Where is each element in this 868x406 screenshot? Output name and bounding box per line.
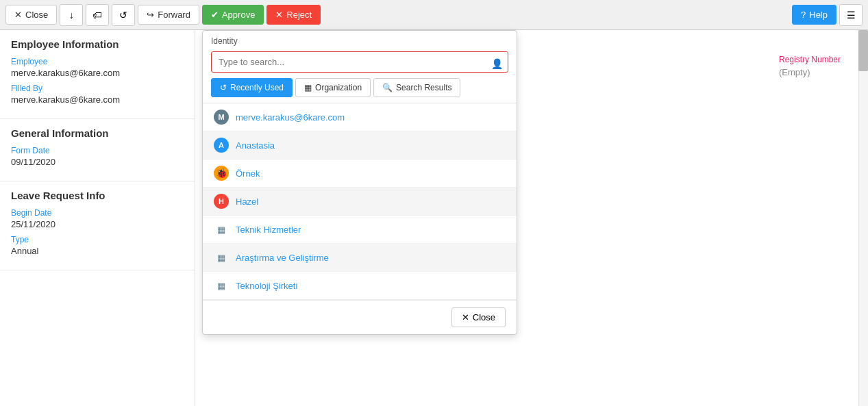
identity-popup: Identity 👤 ↺ Recently Used ▦ Organizatio… [202,30,517,335]
organization-label: Organization [315,83,362,92]
result-name: Anastasia [236,140,275,151]
recently-used-label: Recently Used [230,83,284,92]
forward-icon: ↪ [147,10,154,20]
popup-close-button[interactable]: ✕ Close [451,307,506,327]
form-date-label: Form Date [11,146,184,155]
main-content: Employee Information Employee merve.kara… [0,30,868,406]
avatar: M [214,110,229,125]
employee-value: merve.karakus@6kare.com [11,68,184,78]
help-label: Help [809,10,828,20]
list-item[interactable]: HHazel [203,188,517,216]
help-button[interactable]: ? Help [792,5,836,25]
forward-button[interactable]: ↪ Forward [138,5,199,25]
registry-number-label: Registry Number [779,55,841,64]
employee-label: Employee [11,57,184,66]
reject-label: Reject [286,10,312,20]
result-name: Hazel [236,196,258,207]
org-icon: ▦ [214,278,229,293]
type-value: Annual [11,246,184,256]
result-name: merve.karakus@6kare.com [236,112,345,123]
list-item[interactable]: ▦Teknoloji Şirketi [203,272,517,300]
search-input[interactable] [211,51,508,73]
download-button[interactable]: ↓ [60,4,83,26]
org-icon: ▦ [214,222,229,237]
search-results-label: Search Results [396,83,451,92]
employee-section: Employee Information Employee merve.kara… [0,30,195,119]
scroll-thumb[interactable] [858,30,868,71]
list-item[interactable]: AAnastasia [203,131,517,160]
result-list: Mmerve.karakus@6kare.comAAnastasia🐞Örnek… [203,103,517,300]
org-icon: ▦ [304,83,312,92]
approve-icon: ✔ [211,10,219,20]
approve-label: Approve [222,10,255,20]
avatar: H [214,194,229,209]
popup-close-label: Close [473,312,495,322]
menu-button[interactable]: ☰ [839,4,863,26]
tab-organization[interactable]: ▦ Organization [295,78,371,97]
list-item[interactable]: ▦Araştırma ve Geliştirme [203,244,517,272]
reject-button[interactable]: ✕ Reject [266,5,321,25]
filled-by-label: Filled By [11,84,184,93]
list-item[interactable]: ▦Teknik Hizmetler [203,216,517,244]
list-item[interactable]: 🐞Örnek [203,160,517,188]
filled-by-value: merve.karakus@6kare.com [11,94,184,105]
search-icon: 🔍 [382,83,393,92]
tag-button[interactable]: 🏷 [86,4,109,26]
left-panel: Employee Information Employee merve.kara… [0,30,195,406]
close-button[interactable]: ✕ Close [5,5,57,25]
result-name: Teknoloji Şirketi [236,281,297,291]
avatar: 🐞 [214,166,229,181]
hamburger-icon: ☰ [847,10,856,21]
type-label: Type [11,235,184,244]
reject-icon: ✕ [275,10,283,20]
begin-date-label: Begin Date [11,208,184,218]
popup-tabs: ↺ Recently Used ▦ Organization 🔍 Search … [203,78,517,103]
refresh-button[interactable]: ↺ [112,4,135,26]
scrollbar[interactable] [858,30,868,406]
close-icon: ✕ [14,10,22,20]
forward-label: Forward [158,10,190,20]
approve-button[interactable]: ✔ Approve [202,5,264,25]
search-wrapper: 👤 [203,49,517,78]
popup-footer: ✕ Close [203,300,517,334]
leave-section: Leave Request Info Begin Date 25/11/2020… [0,181,195,270]
close-label: Close [25,10,48,20]
leave-section-title: Leave Request Info [11,190,184,201]
refresh-icon: ↺ [119,10,127,21]
popup-close-icon: ✕ [462,312,469,322]
begin-date-value: 25/11/2020 [11,219,184,229]
download-icon: ↓ [69,10,74,21]
tag-icon: 🏷 [92,10,102,21]
form-date-value: 09/11/2020 [11,157,184,167]
toolbar: ✕ Close ↓ 🏷 ↺ ↪ Forward ✔ Approve ✕ Reje… [0,0,868,30]
result-name: Araştırma ve Geliştirme [236,253,329,263]
employee-section-title: Employee Information [11,38,184,50]
avatar: A [214,138,229,153]
identity-label: Identity [203,31,517,49]
general-section-title: General Information [11,127,184,139]
recently-used-tab-wrapper: ↺ Recently Used [211,78,293,97]
list-item[interactable]: Mmerve.karakus@6kare.com [203,103,517,131]
result-name: Teknik Hizmetler [236,225,301,235]
history-icon: ↺ [220,83,227,92]
org-icon: ▦ [214,250,229,265]
tab-search-results[interactable]: 🔍 Search Results [373,78,460,97]
help-icon: ? [801,10,806,20]
general-section: General Information Form Date 09/11/2020 [0,119,195,181]
registry-number-value: (Empty) [779,67,841,77]
person-icon: 👤 [491,58,503,69]
tab-recently-used[interactable]: ↺ Recently Used [211,78,293,97]
result-name: Örnek [236,168,260,179]
